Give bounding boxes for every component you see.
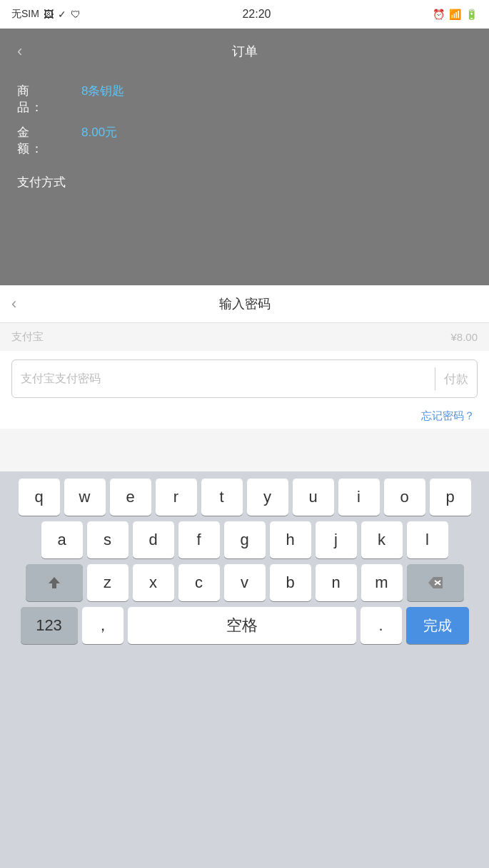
key-l[interactable]: l <box>407 521 448 558</box>
order-amount-row: 金 额： 8.00元 <box>17 124 472 157</box>
keyboard-row-3: z x c v b n m <box>3 564 486 601</box>
key-period[interactable]: . <box>361 607 402 644</box>
key-k[interactable]: k <box>361 521 403 558</box>
order-header: ‹ 订单 <box>17 43 472 60</box>
order-product-row: 商 品： 8条钥匙 <box>17 83 472 116</box>
key-e[interactable]: e <box>110 479 151 516</box>
clock-icon: ⏰ <box>433 9 445 20</box>
forgot-password-row: 忘记密码？ <box>0 407 489 429</box>
key-comma[interactable]: ， <box>82 607 123 644</box>
password-input[interactable] <box>21 372 426 385</box>
password-subtitle-row: 支付宝 ¥8.00 <box>0 323 489 351</box>
keyboard-row-4: 123 ， 空格 . 完成 <box>3 607 486 644</box>
order-section: ‹ 订单 商 品： 8条钥匙 金 额： 8.00元 支付方式 <box>0 29 489 285</box>
password-dialog: ‹ 输入密码 支付宝 ¥8.00 付款 忘记密码？ <box>0 285 489 471</box>
payment-options-area <box>0 429 489 471</box>
order-product-value: 8条钥匙 <box>81 83 124 99</box>
key-j[interactable]: j <box>316 521 357 558</box>
key-c[interactable]: c <box>178 564 220 601</box>
key-g[interactable]: g <box>224 521 266 558</box>
key-f[interactable]: f <box>178 521 220 558</box>
key-u[interactable]: u <box>293 479 334 516</box>
key-h[interactable]: h <box>270 521 311 558</box>
status-bar: 无SIM 🖼 ✓ 🛡 22:20 ⏰ 📶 🔋 <box>0 0 489 29</box>
key-z[interactable]: z <box>87 564 128 601</box>
keyboard-row-2: a s d f g h j k l <box>3 521 486 558</box>
key-y[interactable]: y <box>247 479 288 516</box>
order-info: 商 品： 8条钥匙 金 额： 8.00元 <box>17 83 472 157</box>
status-right: ⏰ 📶 🔋 <box>433 9 478 20</box>
key-m[interactable]: m <box>361 564 403 601</box>
status-time: 22:20 <box>242 8 271 21</box>
order-product-label: 商 品： <box>17 83 81 116</box>
order-amount-value: 8.00元 <box>81 124 117 141</box>
password-back-button[interactable]: ‹ <box>11 295 16 313</box>
battery-icon: 🔋 <box>465 9 478 20</box>
pay-button[interactable]: 付款 <box>444 371 468 387</box>
password-dialog-title: 输入密码 <box>219 295 271 312</box>
key-i[interactable]: i <box>338 479 380 516</box>
key-a[interactable]: a <box>41 521 83 558</box>
key-123[interactable]: 123 <box>21 607 78 644</box>
keyboard-area: q w e r t y u i o p a s d f g h j k l z … <box>0 471 489 654</box>
keyboard-row-1: q w e r t y u i o p <box>3 479 486 516</box>
order-title: 订单 <box>232 43 258 60</box>
wifi-icon: 📶 <box>449 9 461 20</box>
order-back-button[interactable]: ‹ <box>17 42 22 61</box>
shift-key[interactable] <box>26 564 83 601</box>
order-amount-label: 金 额： <box>17 124 81 157</box>
password-subtitle-text: 支付宝 <box>11 330 44 344</box>
password-input-row[interactable]: 付款 <box>11 359 478 398</box>
no-sim-label: 无SIM <box>11 8 39 21</box>
password-header: ‹ 输入密码 <box>0 285 489 323</box>
key-x[interactable]: x <box>133 564 174 601</box>
key-p[interactable]: p <box>430 479 471 516</box>
forgot-password-link[interactable]: 忘记密码？ <box>421 409 475 423</box>
key-done[interactable]: 完成 <box>406 607 469 644</box>
key-n[interactable]: n <box>316 564 357 601</box>
input-divider <box>435 367 435 390</box>
key-o[interactable]: o <box>384 479 425 516</box>
key-d[interactable]: d <box>133 521 174 558</box>
key-w[interactable]: w <box>64 479 106 516</box>
key-v[interactable]: v <box>224 564 266 601</box>
shield-icon: 🛡 <box>71 9 81 20</box>
payment-method-label: 支付方式 <box>17 174 472 190</box>
delete-key[interactable] <box>407 564 464 601</box>
check-icon: ✓ <box>58 9 66 20</box>
signal-icon: 🖼 <box>44 9 54 20</box>
status-left: 无SIM 🖼 ✓ 🛡 <box>11 8 81 21</box>
key-s[interactable]: s <box>87 521 128 558</box>
password-amount: ¥8.00 <box>450 331 478 343</box>
key-t[interactable]: t <box>201 479 243 516</box>
key-q[interactable]: q <box>19 479 60 516</box>
key-space[interactable]: 空格 <box>128 607 356 644</box>
key-r[interactable]: r <box>156 479 197 516</box>
key-b[interactable]: b <box>270 564 311 601</box>
